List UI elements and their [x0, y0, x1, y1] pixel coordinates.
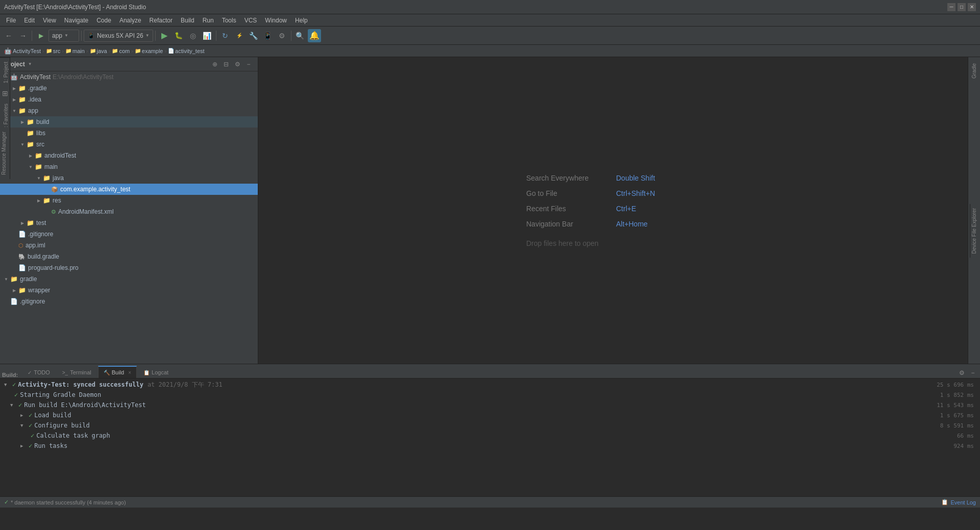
tree-java[interactable]: ▼ 📁 java	[0, 172, 258, 184]
tree-gradle-root[interactable]: ▼ 📁 gradle	[0, 273, 258, 285]
breadcrumb-com[interactable]: com	[119, 48, 130, 54]
run-button[interactable]: ▶	[158, 29, 171, 42]
menu-build[interactable]: Build	[177, 14, 199, 26]
build-row-run-tasks[interactable]: ▶ ✓ Run tasks 924 ms	[2, 441, 978, 451]
breadcrumb-example[interactable]: example	[142, 48, 163, 54]
tree-idea[interactable]: ▶ 📁 .idea	[0, 94, 258, 105]
menu-window[interactable]: Window	[261, 14, 291, 26]
tree-src[interactable]: ▼ 📁 src	[0, 139, 258, 150]
build-settings-icon[interactable]: ⚙	[957, 368, 967, 378]
tab-logcat[interactable]: 📋 Logcat	[138, 366, 174, 378]
load-toggle[interactable]: ▶	[20, 413, 27, 418]
breadcrumb-project[interactable]: ActivityTest	[13, 48, 41, 54]
device-file-explorer-label[interactable]: Device File Explorer	[970, 204, 978, 258]
breadcrumb-main[interactable]: main	[72, 48, 85, 54]
sdk-button[interactable]: 🔧	[247, 29, 260, 42]
breadcrumb-src[interactable]: src	[53, 48, 61, 54]
menu-code[interactable]: Code	[92, 14, 115, 26]
event-log-label[interactable]: Event Log	[950, 499, 976, 506]
menu-tools[interactable]: Tools	[218, 14, 240, 26]
maximize-button[interactable]: □	[958, 3, 966, 11]
search-everywhere-button[interactable]: 🔍	[293, 29, 307, 42]
src-toggle[interactable]: ▼	[18, 140, 27, 148]
tab-build[interactable]: 🔨 Build ×	[98, 366, 137, 378]
menu-navigate[interactable]: Navigate	[60, 14, 92, 26]
avd-button[interactable]: 📱	[261, 29, 275, 42]
tree-gradle[interactable]: ▶ 📁 .gradle	[0, 83, 258, 94]
res-toggle[interactable]: ▶	[35, 196, 43, 205]
build-toggle[interactable]: ▶	[18, 118, 27, 126]
back-button[interactable]: ←	[2, 29, 15, 42]
tree-test[interactable]: ▶ 📁 test	[0, 217, 258, 229]
build-tab-close[interactable]: ×	[128, 370, 131, 375]
project-panel-caret[interactable]: ▼	[28, 62, 32, 66]
notifications-button[interactable]: 🔔	[308, 29, 321, 42]
build-row-load[interactable]: ▶ ✓ Load build 1 s 675 ms	[2, 410, 978, 420]
gradle-tab-label[interactable]: Gradle	[970, 59, 978, 83]
menu-vcs[interactable]: VCS	[240, 14, 261, 26]
idea-toggle[interactable]: ▶	[10, 95, 18, 104]
menu-view[interactable]: View	[39, 14, 60, 26]
close-button[interactable]: ✕	[968, 3, 976, 11]
gradle-toggle[interactable]: ▶	[10, 84, 18, 92]
run-tasks-toggle[interactable]: ▶	[20, 443, 27, 448]
coverage-button[interactable]: ◎	[186, 29, 200, 42]
tab-terminal[interactable]: >_ Terminal	[57, 366, 97, 378]
breadcrumb-activity-test[interactable]: activity_test	[175, 48, 204, 54]
gradle-root-toggle[interactable]: ▼	[2, 275, 10, 283]
tree-app-iml[interactable]: ⬡ app.iml	[0, 240, 258, 251]
breadcrumb-java[interactable]: java	[97, 48, 107, 54]
panel-locate-icon[interactable]: ⊕	[210, 59, 220, 69]
run-build-toggle[interactable]: ▼	[10, 402, 16, 408]
app-toggle[interactable]: ▼	[10, 107, 18, 115]
java-toggle[interactable]: ▼	[35, 174, 43, 182]
tree-main[interactable]: ▼ 📁 main	[0, 161, 258, 172]
panel-close-icon[interactable]: −	[243, 59, 254, 69]
configure-toggle[interactable]: ▼	[20, 423, 27, 428]
tab-todo[interactable]: ✓ TODO	[22, 366, 56, 378]
debug-button[interactable]: 🐛	[172, 29, 185, 42]
forward-button[interactable]: →	[16, 29, 30, 42]
device-dropdown[interactable]: 📱 Nexus 5X API 26 ▼	[84, 30, 153, 42]
tree-gitignore-root[interactable]: 📄 .gitignore	[0, 296, 258, 307]
wrapper-toggle[interactable]: ▶	[10, 286, 18, 294]
build-row-sync[interactable]: ▼ ✓ Activity-Test: synced successfully a…	[2, 380, 978, 390]
androidtest-toggle[interactable]: ▶	[27, 152, 35, 160]
resource-manager-label[interactable]: Resource Manager	[0, 128, 8, 179]
tree-libs[interactable]: 📁 libs	[0, 128, 258, 139]
tree-manifest[interactable]: ⚙ AndroidManifest.xml	[0, 206, 258, 217]
tree-build-gradle[interactable]: 🐘 build.gradle	[0, 251, 258, 262]
build-minimize-icon[interactable]: −	[968, 368, 978, 378]
tree-root[interactable]: ▼ 🤖 ActivityTest E:\Android\ActivityTest	[0, 71, 258, 83]
menu-edit[interactable]: Edit	[20, 14, 39, 26]
resource-manager-tab[interactable]: Resource Manager	[0, 128, 10, 179]
test-toggle[interactable]: ▶	[18, 219, 27, 227]
tree-res[interactable]: ▶ 📁 res	[0, 195, 258, 206]
menu-help[interactable]: Help	[291, 14, 312, 26]
tab-1-project[interactable]: 1: Project	[0, 57, 10, 87]
tree-proguard[interactable]: 📄 proguard-rules.pro	[0, 262, 258, 273]
menu-run[interactable]: Run	[199, 14, 218, 26]
app-dropdown[interactable]: app ▼	[48, 30, 79, 42]
panel-settings-icon[interactable]: ⚙	[232, 59, 242, 69]
menu-file[interactable]: File	[2, 14, 20, 26]
build-row-run-build[interactable]: ▼ ✓ Run build E:\Android\ActivityTest 11…	[2, 400, 978, 410]
device-file-explorer-tab[interactable]: Device File Explorer	[970, 204, 980, 258]
minimize-button[interactable]: ─	[947, 3, 955, 11]
tree-app[interactable]: ▼ 📁 app	[0, 105, 258, 116]
main-toggle[interactable]: ▼	[27, 163, 35, 171]
menu-analyze[interactable]: Analyze	[115, 14, 145, 26]
profile-button[interactable]: 📊	[201, 29, 214, 42]
sync-button[interactable]: ↻	[218, 29, 232, 42]
tree-gitignore-app[interactable]: 📄 .gitignore	[0, 229, 258, 240]
gradle-sync-button[interactable]: ⚡	[233, 29, 246, 42]
sync-toggle[interactable]: ▼	[4, 382, 10, 387]
panel-collapse-icon[interactable]: ⊟	[221, 59, 231, 69]
tree-wrapper[interactable]: ▶ 📁 wrapper	[0, 285, 258, 296]
build-row-configure[interactable]: ▼ ✓ Configure build 8 s 591 ms	[2, 420, 978, 431]
tab-structure-icon[interactable]: ⊞	[2, 87, 8, 99]
build-row-task-graph[interactable]: ✓ Calculate task graph 66 ms	[2, 431, 978, 441]
tree-package[interactable]: 📦 com.example.activity_test	[0, 184, 258, 195]
settings-button[interactable]: ⚙	[276, 29, 289, 42]
tree-androidtest[interactable]: ▶ 📁 androidTest	[0, 150, 258, 161]
